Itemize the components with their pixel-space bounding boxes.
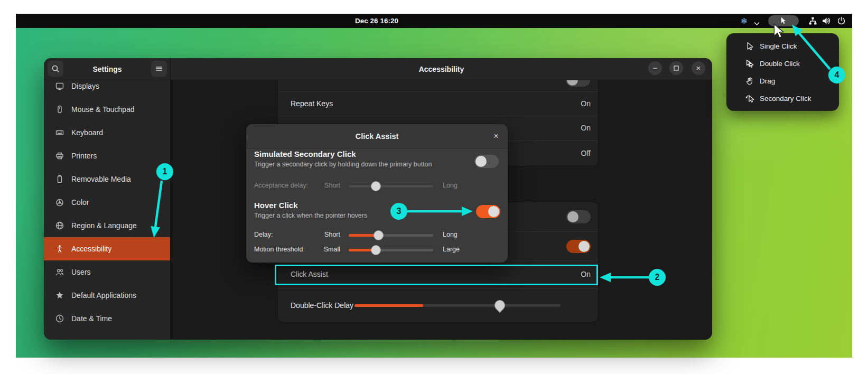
minimize-button[interactable]: −	[648, 61, 662, 75]
top-bar: Dec 26 16:20 ❄	[16, 14, 852, 28]
star-icon	[55, 291, 64, 300]
sidebar-item-color[interactable]: Color	[44, 191, 170, 214]
settings-window: Settings Accessibility − × Displays Mous…	[44, 58, 712, 340]
sidebar-item-keyboard[interactable]: Keyboard	[44, 121, 170, 144]
delay-slider[interactable]	[349, 234, 433, 237]
close-button[interactable]: ×	[692, 61, 705, 75]
removable-media-icon	[55, 175, 64, 183]
menu-button[interactable]	[151, 61, 167, 77]
sidebar-item-accessibility[interactable]: Accessibility	[44, 237, 170, 260]
volume-icon[interactable]	[822, 16, 830, 25]
sidebar-item-label: Displays	[71, 82, 99, 90]
page-title: Accessibility	[171, 58, 712, 80]
acceptance-delay-min-label: Short	[310, 182, 340, 189]
menu-item-drag[interactable]: Drag	[732, 72, 834, 90]
delay-slider-handle[interactable]	[374, 230, 384, 240]
motion-threshold-slider-handle[interactable]	[371, 245, 381, 255]
sidebar-item-displays[interactable]: Displays	[44, 80, 170, 98]
hamburger-icon	[155, 64, 163, 73]
annotation-highlight-rect	[275, 265, 598, 285]
mouse-pointer-icon	[773, 23, 785, 40]
globe-icon	[55, 221, 64, 230]
row-value: Off	[581, 141, 591, 166]
sidebar: Displays Mouse & Touchpad Keyboard Print…	[44, 80, 171, 340]
double-click-cursor-icon	[745, 59, 754, 68]
double-click-delay-slider[interactable]	[354, 304, 561, 307]
delay-max-label: Long	[443, 231, 458, 238]
menu-item-label: Single Click	[760, 42, 797, 50]
sidebar-item-date-time[interactable]: Date & Time	[44, 307, 170, 330]
clipped-toggle[interactable]	[566, 80, 590, 87]
motion-threshold-slider[interactable]	[349, 249, 433, 251]
motion-threshold-min-label: Small	[310, 246, 340, 253]
sidebar-item-label: Users	[71, 268, 91, 276]
menu-item-secondary-click[interactable]: Secondary Click	[732, 90, 834, 107]
sidebar-item-label: Removable Media	[71, 175, 131, 183]
acceptance-delay-slider-handle[interactable]	[371, 181, 381, 191]
drag-hand-icon	[745, 77, 754, 86]
sidebar-item-printers[interactable]: Printers	[44, 144, 170, 167]
chevron-down-icon[interactable]	[754, 18, 760, 23]
row-value: On	[581, 116, 591, 141]
annotation-badge-4: 4	[828, 67, 845, 83]
menu-item-label: Double Click	[760, 60, 800, 68]
users-icon	[55, 268, 64, 276]
sidebar-item-mouse-touchpad[interactable]: Mouse & Touchpad	[44, 98, 170, 121]
simulated-secondary-click-toggle[interactable]	[474, 155, 499, 168]
dialog-close-icon[interactable]: ×	[490, 130, 502, 143]
dialog-titlebar: Click Assist ×	[246, 124, 508, 148]
motion-threshold-row: Motion threshold: Small Large	[246, 244, 508, 256]
menu-item-label: Secondary Click	[760, 95, 811, 102]
motion-threshold-label: Motion threshold:	[254, 246, 305, 253]
sidebar-item-region-language[interactable]: Region & Language	[44, 214, 170, 237]
sidebar-item-label: Color	[71, 198, 89, 207]
clock[interactable]: Dec 26 16:20	[334, 14, 419, 28]
color-icon	[55, 198, 64, 207]
sidebar-item-users[interactable]: Users	[44, 260, 170, 284]
secondary-click-cursor-icon	[745, 94, 754, 103]
maximize-button[interactable]	[669, 61, 683, 75]
menu-item-label: Drag	[760, 77, 775, 85]
delay-row: Delay: Short Long	[246, 229, 508, 241]
sidebar-item-default-applications[interactable]: Default Applications	[44, 284, 170, 307]
acceptance-delay-slider[interactable]	[349, 185, 433, 188]
annotation-badge-3: 3	[390, 203, 407, 220]
keyboard-icon	[55, 128, 64, 137]
display-icon	[55, 82, 64, 90]
main-headerbar: Accessibility − ×	[171, 58, 712, 80]
sidebar-item-removable-media[interactable]: Removable Media	[44, 167, 170, 191]
dialog-title: Click Assist	[246, 124, 508, 148]
network-tree-icon[interactable]	[808, 16, 817, 25]
desktop: Dec 26 16:20 ❄ Settings Accessibility	[16, 14, 852, 358]
click-mode-menu: Single Click Double Click Drag Secondary…	[726, 33, 839, 111]
double-click-delay-label: Double-Click Delay	[291, 288, 353, 322]
sidebar-item-label: Default Applications	[71, 291, 136, 300]
printer-icon	[55, 152, 64, 160]
annotation-badge-2: 2	[649, 269, 666, 286]
clock-icon	[55, 314, 64, 323]
menu-item-single-click[interactable]: Single Click	[732, 38, 834, 55]
sidebar-item-label: Date & Time	[71, 314, 112, 323]
sidebar-item-label: Keyboard	[71, 128, 103, 137]
menu-item-double-click[interactable]: Double Click	[732, 55, 834, 72]
repeat-keys-label[interactable]: Repeat Keys	[291, 91, 333, 116]
screenshot-frame: Dec 26 16:20 ❄ Settings Accessibility	[0, 0, 868, 374]
sidebar-headerbar: Settings	[44, 58, 171, 80]
click-assist-dialog: Click Assist × Simulated Secondary Click…	[246, 124, 508, 263]
annotation-badge-1: 1	[156, 163, 173, 180]
sidebar-item-label: Printers	[71, 152, 97, 160]
locate-pointer-toggle[interactable]	[566, 240, 591, 253]
divider	[278, 116, 598, 116]
hover-click-toggle[interactable]	[476, 205, 500, 218]
snowflake-icon[interactable]: ❄	[741, 16, 748, 26]
motion-threshold-max-label: Large	[443, 246, 460, 253]
double-click-delay-slider-handle[interactable]	[492, 298, 507, 313]
mouse-keys-toggle[interactable]	[566, 210, 591, 223]
sidebar-item-label: Mouse & Touchpad	[71, 105, 135, 114]
delay-label: Delay:	[254, 231, 273, 238]
repeat-keys-value: On	[581, 91, 591, 116]
power-icon[interactable]	[837, 16, 846, 25]
acceptance-delay-max-label: Long	[443, 182, 458, 189]
mouse-icon	[55, 105, 64, 114]
sidebar-item-label: Accessibility	[71, 245, 111, 253]
